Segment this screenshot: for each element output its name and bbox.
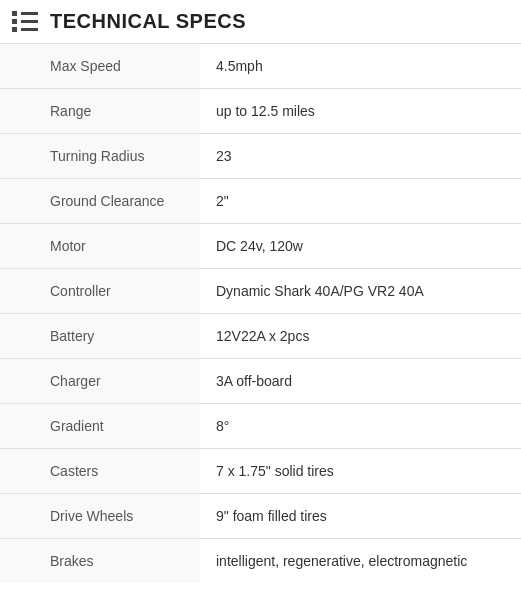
spec-value: 4.5mph bbox=[200, 44, 521, 89]
spec-label: Drive Wheels bbox=[0, 494, 200, 539]
table-row: Rangeup to 12.5 miles bbox=[0, 89, 521, 134]
grid-list-icon bbox=[12, 11, 38, 33]
svg-rect-2 bbox=[12, 27, 17, 32]
table-row: Battery12V22A x 2pcs bbox=[0, 314, 521, 359]
spec-label: Battery bbox=[0, 314, 200, 359]
spec-label: Gradient bbox=[0, 404, 200, 449]
spec-label: Controller bbox=[0, 269, 200, 314]
spec-value: 23 bbox=[200, 134, 521, 179]
spec-label: Ground Clearance bbox=[0, 179, 200, 224]
table-row: ControllerDynamic Shark 40A/PG VR2 40A bbox=[0, 269, 521, 314]
spec-value: 9" foam filled tires bbox=[200, 494, 521, 539]
svg-rect-0 bbox=[12, 11, 17, 16]
page-title: TECHNICAL SPECS bbox=[50, 10, 246, 33]
specs-table: Max Speed4.5mphRangeup to 12.5 milesTurn… bbox=[0, 44, 521, 583]
spec-label: Turning Radius bbox=[0, 134, 200, 179]
table-row: MotorDC 24v, 120w bbox=[0, 224, 521, 269]
spec-value: Dynamic Shark 40A/PG VR2 40A bbox=[200, 269, 521, 314]
spec-value: 12V22A x 2pcs bbox=[200, 314, 521, 359]
spec-label: Brakes bbox=[0, 539, 200, 584]
table-row: Max Speed4.5mph bbox=[0, 44, 521, 89]
section-header: TECHNICAL SPECS bbox=[0, 0, 521, 44]
table-row: Drive Wheels9" foam filled tires bbox=[0, 494, 521, 539]
spec-value: 2" bbox=[200, 179, 521, 224]
spec-value: up to 12.5 miles bbox=[200, 89, 521, 134]
spec-value: 7 x 1.75" solid tires bbox=[200, 449, 521, 494]
table-row: Ground Clearance2" bbox=[0, 179, 521, 224]
svg-rect-4 bbox=[21, 20, 38, 23]
table-row: Charger3A off-board bbox=[0, 359, 521, 404]
spec-label: Charger bbox=[0, 359, 200, 404]
table-row: Casters7 x 1.75" solid tires bbox=[0, 449, 521, 494]
svg-rect-3 bbox=[21, 12, 38, 15]
svg-rect-1 bbox=[12, 19, 17, 24]
table-row: Gradient8° bbox=[0, 404, 521, 449]
spec-value: 8° bbox=[200, 404, 521, 449]
spec-value: intelligent, regenerative, electromagnet… bbox=[200, 539, 521, 584]
spec-label: Casters bbox=[0, 449, 200, 494]
table-row: Brakesintelligent, regenerative, electro… bbox=[0, 539, 521, 584]
spec-value: DC 24v, 120w bbox=[200, 224, 521, 269]
spec-label: Range bbox=[0, 89, 200, 134]
spec-value: 3A off-board bbox=[200, 359, 521, 404]
spec-label: Motor bbox=[0, 224, 200, 269]
spec-label: Max Speed bbox=[0, 44, 200, 89]
table-row: Turning Radius23 bbox=[0, 134, 521, 179]
svg-rect-5 bbox=[21, 28, 38, 31]
